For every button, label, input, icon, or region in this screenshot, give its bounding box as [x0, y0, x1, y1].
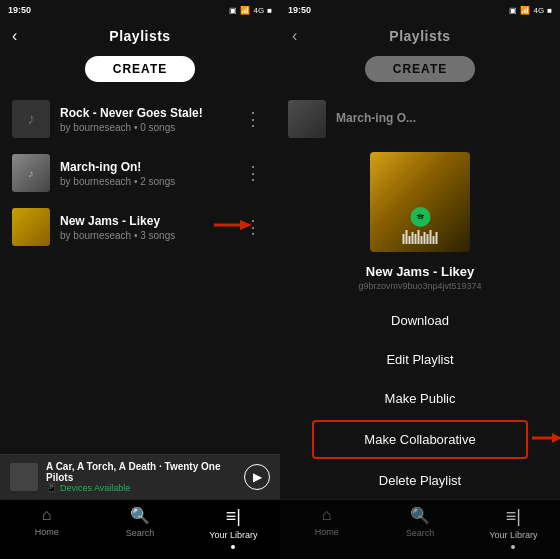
playlist-id: g9brzovmv9buo3np4jvt519374 [296, 281, 544, 291]
create-button-right[interactable]: CREATE [365, 56, 475, 82]
play-button[interactable]: ▶ [244, 464, 270, 490]
time-left: 19:50 [8, 5, 31, 15]
page-title-right: Playlists [389, 28, 450, 44]
library-icon-right: ≡| [506, 506, 521, 527]
playlist-more-rock[interactable]: ⋮ [238, 104, 268, 134]
album-art-container [280, 146, 560, 260]
home-icon-right: ⌂ [322, 506, 332, 524]
playlist-item-march[interactable]: ♪ March-ing On! by bourneseach • 2 songs… [4, 146, 276, 200]
menu-item-edit-playlist[interactable]: Edit Playlist [280, 340, 560, 379]
playlist-info-rock: Rock - Never Goes Stale! by bourneseach … [60, 106, 238, 133]
nav-active-indicator-right [511, 545, 515, 549]
thumb-newjams-img [12, 208, 50, 246]
nav-home-label-right: Home [315, 527, 339, 537]
playlist-info-newjams: New Jams - Likey by bourneseach • 3 song… [60, 214, 238, 241]
arrow-indicator [214, 217, 254, 237]
menu-item-download[interactable]: Download [280, 301, 560, 340]
nav-search-label-right: Search [406, 528, 435, 538]
playlist-name-march: March-ing On! [60, 160, 238, 174]
bottom-nav-right: ⌂ Home 🔍 Search ≡| Your Library [280, 499, 560, 559]
album-art [370, 152, 470, 252]
search-icon-left: 🔍 [130, 506, 150, 525]
playlist-thumb-march: ♪ [12, 154, 50, 192]
playlist-title-section: New Jams - Likey g9brzovmv9buo3np4jvt519… [280, 260, 560, 293]
header-left: ‹ Playlists [0, 20, 280, 50]
nav-home-right[interactable]: ⌂ Home [280, 506, 373, 549]
nav-search-label-left: Search [126, 528, 155, 538]
back-button-left[interactable]: ‹ [12, 27, 17, 45]
playlist-item-newjams[interactable]: New Jams - Likey by bourneseach • 3 song… [4, 200, 276, 254]
menu-item-collaborative-wrapper: Make Collaborative [280, 418, 560, 461]
nav-search-right[interactable]: 🔍 Search [373, 506, 466, 549]
status-icons-left: ▣ 📶 4G ■ [229, 6, 272, 15]
page-title-left: Playlists [109, 28, 170, 44]
np-info: A Car, A Torch, A Death · Twenty One Pil… [46, 461, 236, 493]
right-playlist-preview: March-ing O... [280, 92, 560, 146]
barcode-pattern [403, 230, 438, 244]
nav-active-indicator-left [231, 545, 235, 549]
time-right: 19:50 [288, 5, 311, 15]
playlist-item-rock[interactable]: Rock - Never Goes Stale! by bourneseach … [4, 92, 276, 146]
album-art-details [403, 207, 438, 244]
np-title: A Car, A Torch, A Death · Twenty One Pil… [46, 461, 236, 483]
right-playlist-info: March-ing O... [336, 111, 552, 127]
playlist-thumb-rock [12, 100, 50, 138]
now-playing-bar[interactable]: A Car, A Torch, A Death · Twenty One Pil… [0, 454, 280, 499]
playlist-meta-newjams: by bourneseach • 3 songs [60, 230, 238, 241]
bottom-nav-left: ⌂ Home 🔍 Search ≡| Your Library [0, 499, 280, 559]
menu-item-delete-playlist[interactable]: Delete Playlist [280, 461, 560, 499]
cast-icon: 📱 [46, 483, 57, 493]
playlist-meta-rock: by bourneseach • 0 songs [60, 122, 238, 133]
playlist-title: New Jams - Likey [296, 264, 544, 279]
menu-item-make-public[interactable]: Make Public [280, 379, 560, 418]
playlist-name-newjams: New Jams - Likey [60, 214, 238, 228]
thumb-march-img: ♪ [12, 154, 50, 192]
playlist-meta-march: by bourneseach • 2 songs [60, 176, 238, 187]
playlist-name-rock: Rock - Never Goes Stale! [60, 106, 238, 120]
context-menu-overlay: New Jams - Likey g9brzovmv9buo3np4jvt519… [280, 146, 560, 499]
nav-library-right[interactable]: ≡| Your Library [467, 506, 560, 549]
library-icon-left: ≡| [226, 506, 241, 527]
nav-search-left[interactable]: 🔍 Search [93, 506, 186, 549]
svg-marker-4 [552, 433, 560, 443]
right-playlist-name: March-ing O... [336, 111, 552, 125]
right-playlist-thumb [288, 100, 326, 138]
create-button-left[interactable]: CREATE [85, 56, 195, 82]
playlist-thumb-newjams [12, 208, 50, 246]
left-panel: 19:50 ▣ 📶 4G ■ ‹ Playlists CREATE Rock -… [0, 0, 280, 559]
playlist-info-march: March-ing On! by bourneseach • 2 songs [60, 160, 238, 187]
np-album-thumb [10, 463, 38, 491]
status-bar-right: 19:50 ▣ 📶 4G ■ [280, 0, 560, 20]
np-device: 📱 Devices Available [46, 483, 236, 493]
header-right: ‹ Playlists [280, 20, 560, 50]
status-bar-left: 19:50 ▣ 📶 4G ■ [0, 0, 280, 20]
search-icon-right: 🔍 [410, 506, 430, 525]
right-panel: 19:50 ▣ 📶 4G ■ ‹ Playlists CREATE March-… [280, 0, 560, 559]
playlist-list: Rock - Never Goes Stale! by bourneseach … [0, 92, 280, 454]
nav-home-left[interactable]: ⌂ Home [0, 506, 93, 549]
context-menu-items: Download Edit Playlist Make Public Make … [280, 297, 560, 499]
status-icons-right: ▣ 📶 4G ■ [509, 6, 552, 15]
back-button-right[interactable]: ‹ [292, 27, 297, 45]
nav-library-left[interactable]: ≡| Your Library [187, 506, 280, 549]
home-icon-left: ⌂ [42, 506, 52, 524]
nav-library-label-left: Your Library [209, 530, 257, 540]
create-button-area-right: CREATE [280, 50, 560, 92]
spotify-logo [410, 207, 430, 227]
svg-marker-1 [240, 220, 252, 230]
menu-item-make-collaborative[interactable]: Make Collaborative [312, 420, 528, 459]
create-button-area-left: CREATE [0, 50, 280, 92]
collaborative-arrow [532, 430, 560, 450]
nav-home-label-left: Home [35, 527, 59, 537]
nav-library-label-right: Your Library [489, 530, 537, 540]
playlist-more-march[interactable]: ⋮ [238, 158, 268, 188]
